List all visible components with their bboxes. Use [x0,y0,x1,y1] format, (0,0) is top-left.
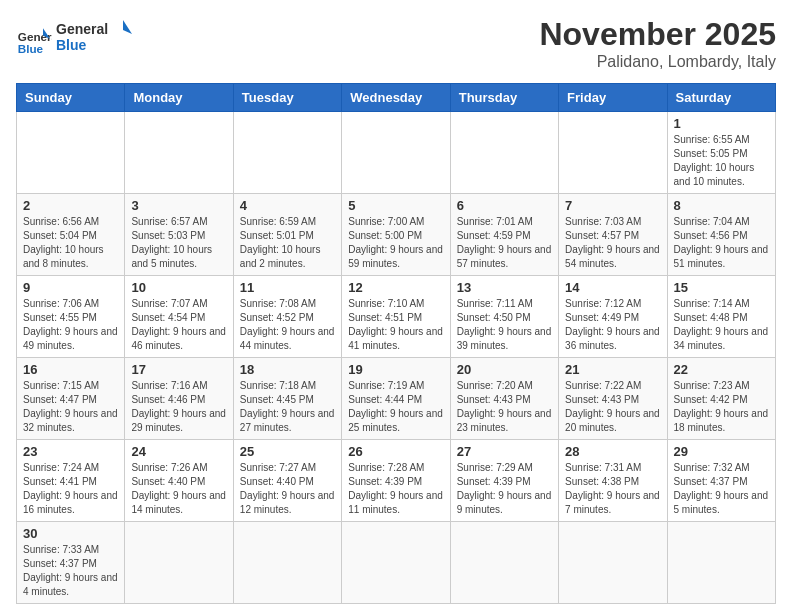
calendar-cell: 5Sunrise: 7:00 AMSunset: 5:00 PMDaylight… [342,194,450,276]
day-number: 16 [23,362,118,377]
day-info: Sunrise: 7:20 AMSunset: 4:43 PMDaylight:… [457,379,552,435]
day-info: Sunrise: 7:03 AMSunset: 4:57 PMDaylight:… [565,215,660,271]
calendar-cell: 19Sunrise: 7:19 AMSunset: 4:44 PMDayligh… [342,358,450,440]
calendar-cell: 23Sunrise: 7:24 AMSunset: 4:41 PMDayligh… [17,440,125,522]
day-info: Sunrise: 6:55 AMSunset: 5:05 PMDaylight:… [674,133,769,189]
calendar-cell: 2Sunrise: 6:56 AMSunset: 5:04 PMDaylight… [17,194,125,276]
day-number: 1 [674,116,769,131]
calendar-cell: 3Sunrise: 6:57 AMSunset: 5:03 PMDaylight… [125,194,233,276]
day-info: Sunrise: 7:24 AMSunset: 4:41 PMDaylight:… [23,461,118,517]
day-info: Sunrise: 7:12 AMSunset: 4:49 PMDaylight:… [565,297,660,353]
calendar-cell: 7Sunrise: 7:03 AMSunset: 4:57 PMDaylight… [559,194,667,276]
day-number: 25 [240,444,335,459]
calendar-cell: 21Sunrise: 7:22 AMSunset: 4:43 PMDayligh… [559,358,667,440]
calendar-cell [667,522,775,604]
calendar-cell [559,112,667,194]
calendar-header-row: SundayMondayTuesdayWednesdayThursdayFrid… [17,84,776,112]
calendar: SundayMondayTuesdayWednesdayThursdayFrid… [16,83,776,604]
calendar-week-4: 16Sunrise: 7:15 AMSunset: 4:47 PMDayligh… [17,358,776,440]
day-info: Sunrise: 7:32 AMSunset: 4:37 PMDaylight:… [674,461,769,517]
col-header-sunday: Sunday [17,84,125,112]
day-number: 27 [457,444,552,459]
day-info: Sunrise: 7:08 AMSunset: 4:52 PMDaylight:… [240,297,335,353]
calendar-week-6: 30Sunrise: 7:33 AMSunset: 4:37 PMDayligh… [17,522,776,604]
calendar-cell [125,112,233,194]
calendar-cell: 14Sunrise: 7:12 AMSunset: 4:49 PMDayligh… [559,276,667,358]
day-info: Sunrise: 6:59 AMSunset: 5:01 PMDaylight:… [240,215,335,271]
calendar-cell: 11Sunrise: 7:08 AMSunset: 4:52 PMDayligh… [233,276,341,358]
calendar-cell [233,522,341,604]
day-number: 5 [348,198,443,213]
day-number: 11 [240,280,335,295]
col-header-thursday: Thursday [450,84,558,112]
col-header-tuesday: Tuesday [233,84,341,112]
calendar-cell: 18Sunrise: 7:18 AMSunset: 4:45 PMDayligh… [233,358,341,440]
day-info: Sunrise: 7:31 AMSunset: 4:38 PMDaylight:… [565,461,660,517]
calendar-cell: 10Sunrise: 7:07 AMSunset: 4:54 PMDayligh… [125,276,233,358]
col-header-friday: Friday [559,84,667,112]
day-number: 6 [457,198,552,213]
calendar-week-3: 9Sunrise: 7:06 AMSunset: 4:55 PMDaylight… [17,276,776,358]
calendar-cell: 9Sunrise: 7:06 AMSunset: 4:55 PMDaylight… [17,276,125,358]
day-info: Sunrise: 7:11 AMSunset: 4:50 PMDaylight:… [457,297,552,353]
header: General Blue General Blue November 2025 … [16,16,776,71]
day-info: Sunrise: 7:23 AMSunset: 4:42 PMDaylight:… [674,379,769,435]
logo: General Blue General Blue [16,16,136,62]
day-info: Sunrise: 7:18 AMSunset: 4:45 PMDaylight:… [240,379,335,435]
calendar-cell: 16Sunrise: 7:15 AMSunset: 4:47 PMDayligh… [17,358,125,440]
day-info: Sunrise: 7:04 AMSunset: 4:56 PMDaylight:… [674,215,769,271]
day-info: Sunrise: 7:07 AMSunset: 4:54 PMDaylight:… [131,297,226,353]
day-info: Sunrise: 7:00 AMSunset: 5:00 PMDaylight:… [348,215,443,271]
day-number: 24 [131,444,226,459]
calendar-cell: 8Sunrise: 7:04 AMSunset: 4:56 PMDaylight… [667,194,775,276]
day-info: Sunrise: 7:22 AMSunset: 4:43 PMDaylight:… [565,379,660,435]
day-number: 3 [131,198,226,213]
day-info: Sunrise: 6:56 AMSunset: 5:04 PMDaylight:… [23,215,118,271]
day-number: 30 [23,526,118,541]
day-info: Sunrise: 7:14 AMSunset: 4:48 PMDaylight:… [674,297,769,353]
day-info: Sunrise: 7:10 AMSunset: 4:51 PMDaylight:… [348,297,443,353]
calendar-cell: 13Sunrise: 7:11 AMSunset: 4:50 PMDayligh… [450,276,558,358]
calendar-cell [125,522,233,604]
day-number: 10 [131,280,226,295]
logo-icon: General Blue [16,21,52,57]
calendar-cell: 12Sunrise: 7:10 AMSunset: 4:51 PMDayligh… [342,276,450,358]
calendar-cell [559,522,667,604]
calendar-cell: 25Sunrise: 7:27 AMSunset: 4:40 PMDayligh… [233,440,341,522]
day-info: Sunrise: 7:19 AMSunset: 4:44 PMDaylight:… [348,379,443,435]
calendar-cell: 17Sunrise: 7:16 AMSunset: 4:46 PMDayligh… [125,358,233,440]
location-title: Palidano, Lombardy, Italy [539,53,776,71]
day-number: 12 [348,280,443,295]
calendar-cell [450,522,558,604]
day-info: Sunrise: 7:33 AMSunset: 4:37 PMDaylight:… [23,543,118,599]
calendar-cell: 26Sunrise: 7:28 AMSunset: 4:39 PMDayligh… [342,440,450,522]
day-number: 17 [131,362,226,377]
day-number: 23 [23,444,118,459]
calendar-cell: 22Sunrise: 7:23 AMSunset: 4:42 PMDayligh… [667,358,775,440]
day-number: 2 [23,198,118,213]
day-info: Sunrise: 7:01 AMSunset: 4:59 PMDaylight:… [457,215,552,271]
calendar-cell: 24Sunrise: 7:26 AMSunset: 4:40 PMDayligh… [125,440,233,522]
day-info: Sunrise: 7:28 AMSunset: 4:39 PMDaylight:… [348,461,443,517]
calendar-cell: 6Sunrise: 7:01 AMSunset: 4:59 PMDaylight… [450,194,558,276]
day-number: 14 [565,280,660,295]
calendar-cell [233,112,341,194]
day-number: 18 [240,362,335,377]
calendar-cell: 29Sunrise: 7:32 AMSunset: 4:37 PMDayligh… [667,440,775,522]
day-info: Sunrise: 7:27 AMSunset: 4:40 PMDaylight:… [240,461,335,517]
day-info: Sunrise: 7:26 AMSunset: 4:40 PMDaylight:… [131,461,226,517]
calendar-week-5: 23Sunrise: 7:24 AMSunset: 4:41 PMDayligh… [17,440,776,522]
calendar-week-2: 2Sunrise: 6:56 AMSunset: 5:04 PMDaylight… [17,194,776,276]
calendar-cell: 27Sunrise: 7:29 AMSunset: 4:39 PMDayligh… [450,440,558,522]
calendar-cell: 1Sunrise: 6:55 AMSunset: 5:05 PMDaylight… [667,112,775,194]
title-area: November 2025 Palidano, Lombardy, Italy [539,16,776,71]
day-info: Sunrise: 7:15 AMSunset: 4:47 PMDaylight:… [23,379,118,435]
col-header-wednesday: Wednesday [342,84,450,112]
day-number: 22 [674,362,769,377]
day-number: 13 [457,280,552,295]
day-number: 21 [565,362,660,377]
calendar-cell: 20Sunrise: 7:20 AMSunset: 4:43 PMDayligh… [450,358,558,440]
day-info: Sunrise: 7:06 AMSunset: 4:55 PMDaylight:… [23,297,118,353]
col-header-monday: Monday [125,84,233,112]
day-info: Sunrise: 7:16 AMSunset: 4:46 PMDaylight:… [131,379,226,435]
